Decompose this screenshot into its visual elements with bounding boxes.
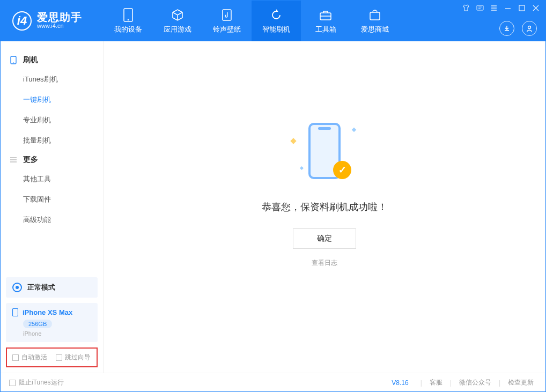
sidebar-item-other-tools[interactable]: 其他工具 (1, 169, 103, 189)
checkbox-label: 阻止iTunes运行 (19, 378, 64, 387)
nav-tab-device[interactable]: 我的设备 (104, 1, 153, 41)
header-actions (499, 21, 537, 36)
nav-tab-toolbox[interactable]: 工具箱 (301, 1, 350, 41)
checkbox-label: 自动激活 (21, 353, 47, 362)
nav-tab-flash[interactable]: 智能刷机 (252, 1, 301, 41)
checkbox-skip-guide[interactable]: 跳过向导 (56, 353, 91, 362)
nav-tab-label: 铃声壁纸 (213, 25, 241, 34)
footer: 阻止iTunes运行 V8.16 | 客服 | 微信公众号 | 检查更新 (1, 373, 545, 392)
nav-tab-apps[interactable]: 应用游戏 (153, 1, 202, 41)
svg-rect-7 (519, 5, 525, 11)
mode-chip[interactable]: 正常模式 (6, 277, 98, 298)
phone-icon (12, 308, 18, 316)
cube-icon (171, 8, 185, 22)
sidebar-item-oneclick-flash[interactable]: 一键刷机 (1, 90, 103, 110)
footer-link-wechat[interactable]: 微信公众号 (456, 378, 495, 387)
sidebar-group-flash[interactable]: 刷机 (1, 51, 103, 69)
spark-icon (352, 127, 356, 131)
version-label: V8.16 (392, 379, 408, 387)
svg-point-1 (128, 19, 129, 20)
main: 刷机 iTunes刷机 一键刷机 专业刷机 批量刷机 更多 其他工具 下载固件 … (1, 41, 545, 373)
svg-point-10 (13, 62, 14, 63)
shirt-icon[interactable] (462, 4, 470, 12)
download-button[interactable] (499, 21, 514, 36)
sidebar-group-label: 刷机 (23, 55, 38, 65)
nav-tab-store[interactable]: 爱思商城 (350, 1, 400, 41)
spark-icon (300, 166, 304, 169)
svg-rect-5 (370, 12, 380, 20)
device-name: iPhone XS Max (12, 308, 91, 316)
svg-point-8 (528, 26, 531, 29)
list-icon (9, 157, 18, 163)
content-area: ✓ 恭喜您，保资料刷机成功啦！ 确定 查看日志 (104, 41, 545, 373)
device-icon (9, 56, 18, 64)
sidebar: 刷机 iTunes刷机 一键刷机 专业刷机 批量刷机 更多 其他工具 下载固件 … (1, 41, 104, 373)
nav-tab-label: 我的设备 (114, 25, 142, 34)
sidebar-item-advanced[interactable]: 高级功能 (1, 210, 103, 230)
mode-label: 正常模式 (27, 283, 55, 292)
checkbox-row-highlighted: 自动激活 跳过向导 (6, 347, 98, 367)
cart-icon (368, 8, 382, 22)
sidebar-item-batch-flash[interactable]: 批量刷机 (1, 130, 103, 151)
checkbox-icon (9, 380, 16, 386)
toolbox-icon (319, 8, 333, 22)
checkmark-icon: ✓ (333, 161, 351, 179)
footer-left: 阻止iTunes运行 (9, 378, 64, 387)
refresh-icon (269, 8, 283, 22)
sidebar-item-download-firmware[interactable]: 下载固件 (1, 189, 103, 210)
sidebar-item-itunes-flash[interactable]: iTunes刷机 (1, 69, 103, 90)
menu-icon[interactable] (490, 4, 498, 12)
footer-link-update[interactable]: 检查更新 (505, 378, 537, 387)
logo-text: 爱思助手 www.i4.cn (37, 12, 82, 29)
nav-tab-label: 智能刷机 (262, 25, 290, 34)
header: i4 爱思助手 www.i4.cn 我的设备 应用游戏 铃声壁纸 智能刷机 工具… (1, 1, 545, 41)
success-illustration: ✓ (287, 120, 362, 184)
close-button[interactable] (532, 4, 540, 12)
checkbox-label: 跳过向导 (65, 353, 91, 362)
view-log-link[interactable]: 查看日志 (312, 258, 337, 268)
music-note-icon (220, 8, 234, 22)
maximize-button[interactable] (518, 4, 526, 12)
app-name: 爱思助手 (37, 12, 82, 23)
nav-tab-media[interactable]: 铃声壁纸 (202, 1, 252, 41)
minimize-button[interactable] (504, 4, 512, 12)
phone-icon (121, 8, 135, 22)
svg-rect-2 (223, 10, 231, 20)
app-url: www.i4.cn (37, 23, 82, 29)
logo-icon: i4 (12, 11, 32, 31)
nav-tabs: 我的设备 应用游戏 铃声壁纸 智能刷机 工具箱 爱思商城 (104, 1, 400, 41)
mode-icon (12, 283, 22, 292)
checkbox-icon (56, 354, 62, 361)
nav-tab-label: 应用游戏 (164, 25, 191, 34)
checkbox-stop-itunes[interactable]: 阻止iTunes运行 (9, 378, 64, 387)
svg-rect-6 (477, 5, 483, 10)
device-type: iPhone (23, 330, 91, 337)
user-button[interactable] (522, 21, 537, 36)
feedback-icon[interactable] (476, 4, 484, 12)
footer-right: V8.16 | 客服 | 微信公众号 | 检查更新 (392, 378, 537, 387)
nav-tab-label: 工具箱 (315, 25, 336, 34)
checkbox-icon (12, 354, 19, 361)
sidebar-item-pro-flash[interactable]: 专业刷机 (1, 110, 103, 130)
svg-rect-11 (13, 309, 18, 316)
device-card[interactable]: iPhone XS Max 256GB iPhone (6, 303, 98, 342)
sidebar-group-label: 更多 (23, 155, 38, 165)
sidebar-group-more[interactable]: 更多 (1, 151, 103, 169)
checkbox-auto-activate[interactable]: 自动激活 (12, 353, 47, 362)
nav-tab-label: 爱思商城 (361, 25, 389, 34)
ok-button[interactable]: 确定 (293, 228, 356, 249)
logo-area: i4 爱思助手 www.i4.cn (1, 11, 104, 31)
footer-link-support[interactable]: 客服 (426, 378, 446, 387)
spark-icon (290, 138, 296, 144)
window-controls (462, 4, 540, 12)
success-message: 恭喜您，保资料刷机成功啦！ (262, 201, 387, 213)
device-capacity: 256GB (23, 320, 52, 328)
